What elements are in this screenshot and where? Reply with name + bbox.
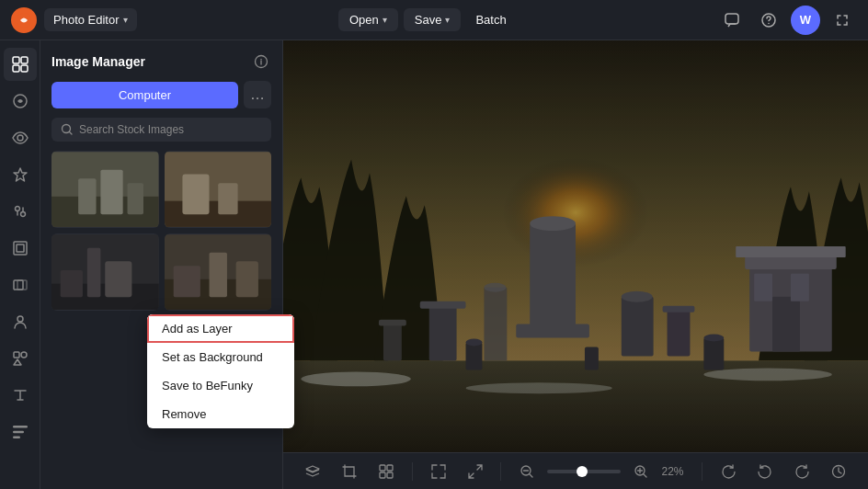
topbar-right: W xyxy=(717,6,857,35)
redo-button[interactable] xyxy=(787,457,817,486)
svg-point-23 xyxy=(260,59,261,60)
batch-button[interactable]: Batch xyxy=(466,8,515,31)
thumb-3-img xyxy=(51,233,159,311)
app-title-label: Photo Editor xyxy=(53,13,120,27)
svg-rect-1 xyxy=(725,14,738,24)
svg-rect-79 xyxy=(380,465,385,471)
computer-button[interactable]: Computer xyxy=(51,82,238,108)
search-placeholder-text: Search Stock Images xyxy=(79,123,184,136)
svg-rect-20 xyxy=(13,431,24,434)
zoom-slider-handle[interactable] xyxy=(577,466,588,477)
svg-rect-15 xyxy=(17,280,27,290)
svg-rect-19 xyxy=(13,426,28,428)
user-avatar[interactable]: W xyxy=(791,6,820,35)
context-menu-add-as-layer[interactable]: Add as Layer xyxy=(147,314,294,343)
svg-rect-5 xyxy=(21,57,28,63)
thumbnails-grid: Add as Layer Set as Background Save to B… xyxy=(51,151,271,311)
layers-button[interactable] xyxy=(298,457,327,486)
fit-button[interactable] xyxy=(424,457,453,486)
thumbnail-1[interactable] xyxy=(51,151,159,228)
topbar-center: Open ▾ Save ▾ Batch xyxy=(338,8,516,31)
tool-effects[interactable] xyxy=(4,158,37,191)
zoom-out-button[interactable] xyxy=(512,457,542,486)
chat-icon-button[interactable] xyxy=(717,6,747,35)
canvas-scene xyxy=(283,40,868,452)
tool-sidebar xyxy=(0,40,40,489)
canvas-image xyxy=(283,40,868,452)
svg-point-16 xyxy=(17,316,23,322)
topbar: Photo Editor ▾ Open ▾ Save ▾ Batch xyxy=(0,0,868,40)
search-icon xyxy=(61,123,74,136)
context-menu: Add as Layer Set as Background Save to B… xyxy=(147,314,294,428)
thumbnail-4[interactable] xyxy=(165,233,272,311)
history-button[interactable] xyxy=(824,457,853,486)
svg-rect-78 xyxy=(283,40,868,452)
zoom-slider[interactable] xyxy=(547,470,621,473)
computer-row: Computer … xyxy=(51,81,271,108)
main: Image Manager Computer … Search Stock Im… xyxy=(0,40,868,489)
search-bar[interactable]: Search Stock Images xyxy=(51,118,271,142)
zoom-controls: 22% xyxy=(512,457,691,486)
tool-adjust[interactable] xyxy=(4,195,37,228)
svg-point-18 xyxy=(21,352,27,358)
canvas-area: 22% xyxy=(283,40,868,489)
tool-overlays[interactable] xyxy=(4,268,37,301)
expand-icon-button[interactable] xyxy=(828,6,857,35)
panel-header: Image Manager xyxy=(51,51,271,72)
divider-1 xyxy=(412,462,413,481)
thumb-1-img xyxy=(51,151,159,228)
help-icon-button[interactable] xyxy=(754,6,783,35)
info-button[interactable] xyxy=(251,51,271,72)
app-logo xyxy=(11,7,37,33)
zoom-value: 22% xyxy=(661,465,691,478)
thumbnail-2[interactable] xyxy=(165,151,272,228)
svg-rect-81 xyxy=(380,472,385,478)
crop-button[interactable] xyxy=(335,457,364,486)
svg-rect-12 xyxy=(14,242,27,255)
divider-2 xyxy=(500,462,501,481)
rotate-button[interactable] xyxy=(714,457,743,486)
svg-rect-41 xyxy=(51,234,159,310)
panel-title: Image Manager xyxy=(51,54,145,69)
svg-rect-7 xyxy=(21,65,28,72)
context-menu-remove[interactable]: Remove xyxy=(147,400,294,428)
tool-more[interactable] xyxy=(4,415,37,449)
svg-rect-35 xyxy=(165,152,272,227)
tool-shapes[interactable] xyxy=(4,342,37,375)
bottom-bar: 22% xyxy=(283,452,868,489)
open-button[interactable]: Open ▾ xyxy=(338,8,398,31)
tool-eye[interactable] xyxy=(4,121,37,154)
context-menu-save-to-befunky[interactable]: Save to BeFunky xyxy=(147,371,294,400)
grid-button[interactable] xyxy=(371,457,401,486)
tool-people[interactable] xyxy=(4,305,37,338)
svg-rect-4 xyxy=(13,57,19,63)
app-title-button[interactable]: Photo Editor ▾ xyxy=(44,8,137,31)
divider-3 xyxy=(702,462,702,481)
thumbnail-3[interactable] xyxy=(51,233,159,311)
svg-rect-47 xyxy=(165,234,272,310)
svg-rect-80 xyxy=(387,465,393,471)
undo-button[interactable] xyxy=(750,457,780,486)
svg-rect-30 xyxy=(51,152,159,227)
svg-rect-6 xyxy=(13,65,19,72)
app-title-chevron: ▾ xyxy=(123,15,128,25)
more-options-button[interactable]: … xyxy=(244,81,271,108)
svg-rect-82 xyxy=(387,472,393,478)
thumb-4-img xyxy=(165,233,272,311)
tool-image-manager[interactable] xyxy=(4,48,37,81)
resize-button[interactable] xyxy=(461,457,490,486)
context-menu-set-as-background[interactable]: Set as Background xyxy=(147,343,294,371)
tool-filters[interactable] xyxy=(4,85,37,118)
save-button[interactable]: Save ▾ xyxy=(404,8,462,31)
svg-rect-17 xyxy=(14,352,19,358)
tool-text[interactable] xyxy=(4,379,37,412)
image-manager-panel: Image Manager Computer … Search Stock Im… xyxy=(40,40,283,489)
svg-point-9 xyxy=(17,135,23,141)
svg-rect-21 xyxy=(13,437,20,439)
zoom-in-button[interactable] xyxy=(626,457,656,486)
thumb-2-img xyxy=(165,151,272,228)
svg-point-3 xyxy=(768,22,770,24)
svg-rect-14 xyxy=(14,280,23,290)
svg-rect-13 xyxy=(17,244,24,252)
tool-frames[interactable] xyxy=(4,232,37,265)
